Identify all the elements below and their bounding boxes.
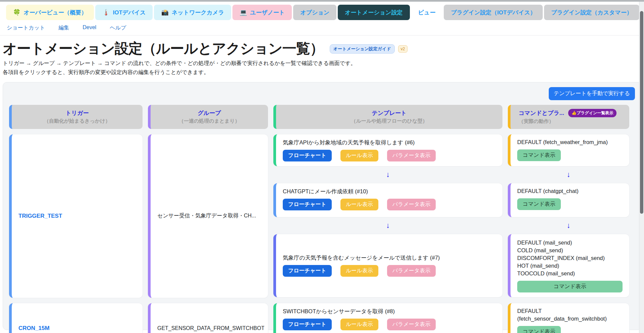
app-window: 🍀 オーバービュー（概要） 🌡️ IOTデバイス 📸 ネットワークカメラ 💻 ユ… bbox=[0, 0, 644, 330]
version-badge: v2 bbox=[398, 45, 408, 53]
template-card[interactable]: 気象庁の天気予報を含むメッセージをメールで送信します (#7) フローチャート … bbox=[273, 234, 502, 297]
template-card[interactable]: 気象庁APIから対象地域の天気予報を取得します (#6) フローチャート ルール… bbox=[273, 134, 502, 166]
column-subtitle: （自動化が始まるきっかけ） bbox=[44, 118, 110, 124]
tab-plugin-settings-iot-label: プラグイン設定（IOTデバイス） bbox=[451, 9, 536, 16]
flowchart-button[interactable]: フローチャート bbox=[283, 150, 332, 161]
description-line-1: トリガー → グループ → テンプレート → コマンド の流れで、どの条件で・ど… bbox=[3, 59, 644, 68]
column-headers: トリガー （自動化が始まるきっかけ） グループ （一連の処理のまとまり） テンプ… bbox=[9, 105, 635, 129]
command-name: DEFAULT (chatgpt_chat) bbox=[517, 187, 623, 195]
page-description: トリガー → グループ → テンプレート → コマンド の流れで、どの条件で・ど… bbox=[0, 59, 644, 77]
automation-row: CRON_15M GET_SENSOR_DATA_FROM_SWITCHBOT … bbox=[9, 303, 635, 333]
tab-overview[interactable]: 🍀 オーバービュー（概要） bbox=[6, 5, 94, 20]
show-rules-button[interactable]: ルール表示 bbox=[340, 199, 378, 210]
column-subtitle: （ルールや処理フローのひな型） bbox=[351, 118, 428, 124]
run-template-manually-button[interactable]: テンプレートを手動で実行する bbox=[549, 87, 635, 100]
column-title: グループ bbox=[198, 109, 221, 117]
page-header: オートメーション設定（ルールとアクション一覧） オートメーション設定ガイド v2 bbox=[0, 36, 644, 56]
command-card[interactable]: DEFAULT (fetch_sensor_data_from_switchbo… bbox=[508, 303, 629, 333]
tab-plugin-settings-customer-label: プラグイン設定（カスタマー） bbox=[551, 9, 632, 16]
template-card[interactable]: CHATGPTにメール作成依頼 (#10) フローチャート ルール表示 パラメー… bbox=[273, 183, 502, 217]
group-name: GET_SENSOR_DATA_FROM_SWITCHBOT bbox=[157, 325, 264, 331]
laptop-icon: 💻 bbox=[239, 9, 247, 16]
tab-network-camera[interactable]: 📸 ネットワークカメラ bbox=[154, 5, 231, 20]
show-params-button[interactable]: パラメータ表示 bbox=[387, 319, 436, 330]
show-command-button[interactable]: コマンド表示 bbox=[517, 326, 561, 333]
command-card[interactable]: DEFAULT (chatgpt_chat) コマンド表示 bbox=[508, 183, 629, 217]
down-arrow-icon: ↓ bbox=[273, 166, 502, 183]
automation-panel: テンプレートを手動で実行する トリガー （自動化が始まるきっかけ） グループ （… bbox=[3, 82, 641, 330]
column-title: コマンドとプラ... bbox=[519, 109, 564, 117]
column-header-commands: コマンドとプラ... 👍プラグイン一覧表示 （実際の動作） bbox=[508, 105, 629, 129]
show-params-button[interactable]: パラメータ表示 bbox=[387, 265, 436, 277]
tab-network-camera-label: ネットワークカメラ bbox=[172, 9, 224, 16]
menu-edit[interactable]: 編集 bbox=[58, 24, 69, 31]
command-name: TOOCOLD (mail_send) bbox=[517, 270, 623, 277]
menu-bar: ショートカット 編集 Devel ヘルプ bbox=[0, 20, 644, 35]
template-title: 気象庁の天気予報を含むメッセージをメールで送信します (#7) bbox=[283, 254, 496, 262]
command-name: DISCOMFORT_INDEX (mail_send) bbox=[517, 254, 623, 262]
tab-plugin-settings-iot[interactable]: プラグイン設定（IOTデバイス） bbox=[444, 5, 543, 20]
command-name: DEFAULT (mail_send) bbox=[517, 239, 623, 247]
group-card[interactable]: センサー受信・気象庁データ取得・CH... bbox=[148, 134, 268, 298]
tab-overview-label: オーバービュー（概要） bbox=[23, 9, 87, 16]
menu-shortcut[interactable]: ショートカット bbox=[7, 24, 45, 31]
tab-view[interactable]: ビュー bbox=[411, 5, 443, 20]
column-header-group: グループ （一連の処理のまとまり） bbox=[148, 105, 268, 129]
tab-plugin-settings-customer[interactable]: プラグイン設定（カスタマー） bbox=[544, 5, 639, 20]
trigger-name: TRIGGER_TEST bbox=[18, 213, 62, 219]
command-name: HOT (mail_send) bbox=[517, 262, 623, 270]
menu-help[interactable]: ヘルプ bbox=[110, 24, 126, 31]
page-title: オートメーション設定（ルールとアクション一覧） bbox=[3, 41, 324, 56]
show-command-button[interactable]: コマンド表示 bbox=[517, 149, 561, 161]
template-card[interactable]: SWITCHBOTからセンサーデータを取得 (#8) フローチャート ルール表示… bbox=[273, 303, 502, 333]
guide-badge[interactable]: オートメーション設定ガイド bbox=[330, 44, 395, 54]
command-name: DEFAULT (fetch_sensor_data_from_switchbo… bbox=[517, 307, 623, 323]
camera-icon: 📸 bbox=[161, 9, 168, 16]
column-subtitle: （実際の動作） bbox=[519, 118, 554, 125]
tab-iot-devices-label: IOTデバイス bbox=[113, 9, 146, 16]
command-name: DEFAULT (fetch_weather_from_jma) bbox=[517, 138, 623, 146]
template-title: SWITCHBOTからセンサーデータを取得 (#8) bbox=[283, 308, 496, 315]
clover-icon: 🍀 bbox=[13, 9, 20, 16]
column-header-template: テンプレート （ルールや処理フローのひな型） bbox=[273, 105, 502, 129]
tab-automation-settings[interactable]: オートメーション設定 bbox=[338, 5, 410, 20]
down-arrow-icon: ↓ bbox=[508, 217, 629, 234]
command-stack: DEFAULT (fetch_weather_from_jma) コマンド表示 … bbox=[508, 134, 629, 298]
show-command-button[interactable]: コマンド表示 bbox=[517, 281, 623, 292]
plugin-list-badge[interactable]: 👍プラグイン一覧表示 bbox=[568, 109, 616, 117]
flowchart-button[interactable]: フローチャート bbox=[283, 199, 332, 210]
thermometer-icon: 🌡️ bbox=[102, 9, 110, 16]
group-name: センサー受信・気象庁データ取得・CH... bbox=[157, 212, 256, 219]
description-line-2: 各項目をクリックすると、実行順序の変更や設定内容の編集を行うことができます。 bbox=[3, 68, 644, 77]
show-command-button[interactable]: コマンド表示 bbox=[517, 198, 561, 210]
flowchart-button[interactable]: フローチャート bbox=[283, 319, 332, 330]
scrollbar-thumb[interactable] bbox=[640, 11, 643, 214]
template-stack: SWITCHBOTからセンサーデータを取得 (#8) フローチャート ルール表示… bbox=[273, 303, 502, 333]
show-rules-button[interactable]: ルール表示 bbox=[340, 319, 378, 330]
column-header-trigger: トリガー （自動化が始まるきっかけ） bbox=[9, 105, 143, 129]
column-subtitle: （一連の処理のまとまり） bbox=[179, 118, 240, 124]
show-params-button[interactable]: パラメータ表示 bbox=[387, 199, 436, 210]
tab-iot-devices[interactable]: 🌡️ IOTデバイス bbox=[95, 5, 153, 20]
command-card[interactable]: DEFAULT (mail_send) COLD (mail_send) DIS… bbox=[508, 234, 629, 297]
column-title: テンプレート bbox=[372, 109, 407, 117]
command-stack: DEFAULT (fetch_sensor_data_from_switchbo… bbox=[508, 303, 629, 333]
show-params-button[interactable]: パラメータ表示 bbox=[387, 150, 436, 161]
trigger-card[interactable]: CRON_15M bbox=[9, 303, 143, 333]
tab-options[interactable]: オプション bbox=[293, 5, 336, 20]
template-title: CHATGPTにメール作成依頼 (#10) bbox=[283, 188, 496, 195]
vertical-scrollbar[interactable] bbox=[639, 2, 644, 333]
command-card[interactable]: DEFAULT (fetch_weather_from_jma) コマンド表示 bbox=[508, 134, 629, 166]
show-rules-button[interactable]: ルール表示 bbox=[340, 265, 378, 277]
show-rules-button[interactable]: ルール表示 bbox=[340, 150, 378, 161]
tab-user-notes[interactable]: 💻 ユーザノート bbox=[232, 5, 292, 20]
automation-row: TRIGGER_TEST センサー受信・気象庁データ取得・CH... 気象庁AP… bbox=[9, 134, 635, 298]
flowchart-button[interactable]: フローチャート bbox=[283, 265, 332, 277]
trigger-card[interactable]: TRIGGER_TEST bbox=[9, 134, 143, 298]
tab-automation-settings-label: オートメーション設定 bbox=[345, 9, 402, 16]
template-title: 気象庁APIから対象地域の天気予報を取得します (#6) bbox=[283, 139, 496, 146]
tab-options-label: オプション bbox=[300, 9, 329, 16]
trigger-name: CRON_15M bbox=[18, 325, 50, 332]
menu-devel[interactable]: Devel bbox=[83, 24, 96, 31]
group-card[interactable]: GET_SENSOR_DATA_FROM_SWITCHBOT bbox=[148, 303, 268, 333]
